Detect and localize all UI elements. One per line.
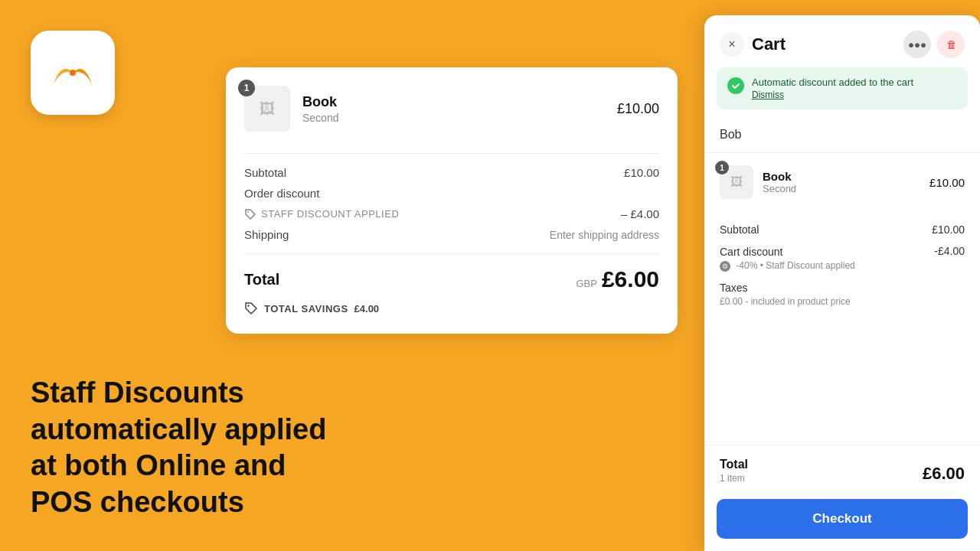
cart-taxes-row: Taxes £0.00 - included in product price (720, 281, 965, 307)
cart-discount-label: Cart discount (720, 246, 782, 258)
cart-discount-row: Cart discount ⚙ -40% • Staff Discount ap… (720, 245, 965, 272)
app-icon (31, 31, 115, 115)
savings-icon (244, 302, 258, 315)
staff-discount-row: STAFF DISCOUNT APPLIED – £4.00 (244, 207, 659, 220)
shipping-value: Enter shipping address (550, 229, 659, 241)
order-discount-label: Order discount (244, 187, 319, 200)
cart-item-row: 🖼 1 Book Second £10.00 (720, 165, 965, 199)
cart-discount-info: Cart discount ⚙ -40% • Staff Discount ap… (720, 245, 855, 272)
staff-discount-label: STAFF DISCOUNT APPLIED (244, 208, 399, 220)
cart-delete-button[interactable]: 🗑 (937, 31, 965, 58)
subtotal-label: Subtotal (244, 166, 286, 179)
headline-line4: POS checkouts (31, 486, 244, 518)
order-discount-row: Order discount (244, 187, 659, 200)
cart-total-value: £6.00 (923, 464, 965, 484)
cart-taxes-label: Taxes (720, 282, 748, 294)
cart-summary-section: Subtotal £10.00 Cart discount ⚙ -40% • S… (704, 223, 980, 316)
headline-line2: automatically applied (31, 413, 326, 445)
cart-customer-section: Bob (704, 119, 980, 153)
checkmark-icon (731, 81, 740, 90)
customer-name: Bob (720, 128, 965, 142)
cart-item-price: £10.00 (929, 176, 965, 189)
cart-taxes-info: Taxes £0.00 - included in product price (720, 281, 851, 307)
cart-total-section: Total 1 item £6.00 (704, 445, 980, 493)
tag-icon (244, 208, 256, 220)
product-price: £10.00 (617, 101, 659, 117)
total-amount: £6.00 (602, 266, 659, 292)
product-badge: 🖼 1 (244, 86, 302, 132)
subtotal-value: £10.00 (624, 166, 659, 179)
shipping-row: Shipping Enter shipping address (244, 228, 659, 241)
cart-item-badge: 1 (715, 161, 729, 174)
product-name: Book (302, 94, 617, 110)
product-quantity-badge: 1 (238, 80, 255, 96)
divider-2 (244, 253, 659, 254)
cart-panel: × Cart ●●● 🗑 Automatic discount added to… (704, 15, 980, 551)
notification-text-wrap: Automatic discount added to the cart Dis… (752, 77, 913, 100)
discount-sub-icon: ⚙ (720, 261, 730, 272)
notification-dismiss-button[interactable]: Dismiss (752, 90, 784, 100)
cart-subtotal-value: £10.00 (932, 223, 965, 236)
headline-line3: at both Online and (31, 449, 286, 481)
cart-items-section: 🖼 1 Book Second £10.00 (704, 153, 980, 223)
cart-item-image-placeholder: 🖼 (730, 175, 743, 189)
checkout-button[interactable]: Checkout (717, 499, 968, 539)
product-row: 🖼 1 Book Second £10.00 (244, 86, 659, 132)
cart-header: × Cart ●●● 🗑 (704, 15, 980, 67)
cart-subtotal-label: Subtotal (720, 223, 759, 236)
cart-total-label: Total (720, 458, 748, 471)
cart-discount-value: -£4.00 (934, 245, 965, 257)
svg-point-1 (247, 211, 249, 213)
svg-point-0 (70, 70, 76, 76)
total-label: Total (244, 271, 279, 289)
svg-point-2 (247, 305, 249, 306)
cart-subtotal-row: Subtotal £10.00 (720, 223, 965, 236)
cart-taxes-sub: £0.00 - included in product price (720, 296, 851, 307)
cart-more-button[interactable]: ●●● (903, 31, 931, 58)
cart-discount-sub: ⚙ -40% • Staff Discount applied (720, 260, 855, 272)
cart-total-sub: 1 item (720, 473, 748, 484)
receipt-card: 🖼 1 Book Second £10.00 Subtotal £10.00 O… (226, 67, 678, 334)
product-variant: Second (302, 112, 617, 124)
savings-amount: £4.00 (354, 303, 380, 315)
savings-row: TOTAL SAVINGS £4.00 (244, 302, 659, 315)
cart-title: Cart (752, 34, 903, 54)
total-value-wrap: GBP £6.00 (576, 266, 659, 292)
total-row: Total GBP £6.00 (244, 266, 659, 292)
staff-discount-value: – £4.00 (621, 207, 659, 220)
divider-1 (244, 153, 659, 154)
cart-actions: ●●● 🗑 (903, 31, 965, 58)
notification-message: Automatic discount added to the cart (752, 77, 913, 88)
cart-item-name: Book (763, 170, 920, 183)
subtotal-row: Subtotal £10.00 (244, 166, 659, 179)
cart-item-thumb-wrap: 🖼 1 (720, 165, 753, 199)
cart-total-info: Total 1 item (720, 458, 748, 484)
total-currency: GBP (576, 278, 596, 289)
more-dots-icon: ●●● (908, 39, 926, 51)
cart-notification: Automatic discount added to the cart Dis… (717, 67, 968, 109)
cart-close-button[interactable]: × (720, 32, 744, 57)
product-info: Book Second (302, 94, 617, 124)
headline: Staff Discounts automatically applied at… (31, 375, 375, 520)
cart-total-row: Total 1 item £6.00 (720, 458, 965, 484)
savings-label: TOTAL SAVINGS (264, 303, 348, 315)
headline-line1: Staff Discounts (31, 377, 244, 409)
shipping-label: Shipping (244, 228, 289, 241)
cart-item-variant: Second (763, 183, 920, 194)
headline-text: Staff Discounts automatically applied at… (31, 375, 375, 520)
cart-item-info: Book Second (763, 170, 920, 194)
notification-check-icon (727, 77, 744, 94)
product-image-placeholder: 🖼 (260, 100, 275, 118)
delete-icon: 🗑 (946, 39, 956, 51)
